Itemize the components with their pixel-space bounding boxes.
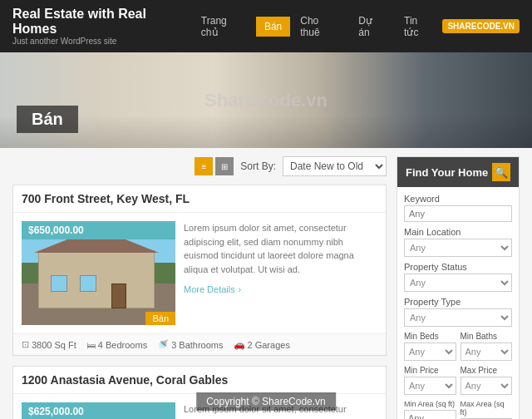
garages-value-1: 2 Garages xyxy=(248,340,290,350)
house-windows xyxy=(51,275,67,292)
min-baths-group: Min Baths Any xyxy=(461,332,513,361)
grid-view-button[interactable]: ⊞ xyxy=(215,157,234,175)
nav-item-duan[interactable]: Dự án xyxy=(350,11,394,42)
property-title-1: 700 Front Street, Key West, FL xyxy=(13,185,386,213)
tag-badge-1: Bán xyxy=(145,312,175,325)
search-icon-button[interactable]: 🔍 xyxy=(492,163,510,181)
listings-area: ≡ ⊞ Sort By: Date New to Old Date Old to… xyxy=(12,156,387,419)
feature-baths-1: 🚿 3 Bathrooms xyxy=(157,339,223,350)
main-location-label: Main Location xyxy=(404,227,512,237)
property-features-1: ⊡ 3800 Sq Ft 🛏 4 Bedrooms 🚿 3 Bathrooms … xyxy=(13,333,386,355)
sidebar: Find Your Home 🔍 Keyword Main Location A… xyxy=(397,156,520,419)
find-home-header: Find Your Home 🔍 xyxy=(397,157,519,187)
max-price-group: Max Price Any xyxy=(461,366,513,395)
property-desc-2: Lorem ipsum dolor sit amet, consectetur … xyxy=(184,402,377,419)
beds-baths-row: Min Beds Any Min Baths Any xyxy=(404,332,512,361)
nav-item-ban[interactable]: Bán xyxy=(256,17,290,37)
feature-beds-1: 🛏 4 Bedrooms xyxy=(86,339,147,350)
main-location-select[interactable]: Any xyxy=(404,239,512,257)
property-type-select[interactable]: Any xyxy=(404,308,512,327)
sort-label: Sort By: xyxy=(240,160,276,172)
main-container: ≡ ⊞ Sort By: Date New to Old Date Old to… xyxy=(0,148,532,419)
list-icon: ≡ xyxy=(201,162,206,171)
keyword-input[interactable] xyxy=(404,205,512,222)
area-row: Min Area (sq ft) Max Area (sq ft) xyxy=(404,400,512,419)
min-price-label: Min Price xyxy=(404,366,456,375)
max-price-select[interactable]: Any xyxy=(461,377,513,395)
min-price-group: Min Price Any xyxy=(404,366,456,395)
property-card-2: 1200 Anastasia Avenue, Coral Gables $625… xyxy=(12,366,387,419)
nav: Trang chủ Bán Cho thuê Dự án Tin tức xyxy=(193,11,443,42)
property-info-2: Lorem ipsum dolor sit amet, consectetur … xyxy=(184,402,377,419)
hero-section: Bán ShareCode.vn xyxy=(0,52,532,148)
property-card-1: 700 Front Street, Key West, FL $650,000.… xyxy=(12,185,387,356)
min-baths-label: Min Baths xyxy=(461,332,513,341)
property-image-2: $625,000.00 Bán xyxy=(22,402,175,419)
nav-item-chothue[interactable]: Cho thuê xyxy=(292,11,348,42)
logo-badge: SHARECODE.VN xyxy=(442,19,520,33)
min-baths-select[interactable]: Any xyxy=(461,343,513,361)
property-status-label: Property Status xyxy=(404,262,512,272)
feature-area-1: ⊡ 3800 Sq Ft xyxy=(22,339,76,350)
baths-value-1: 3 Bathrooms xyxy=(171,340,223,350)
bath-icon-1: 🚿 xyxy=(157,339,169,350)
min-area-label: Min Area (sq ft) xyxy=(404,400,456,408)
min-area-group: Min Area (sq ft) xyxy=(404,400,456,419)
min-beds-select[interactable]: Any xyxy=(404,343,456,361)
beds-value-1: 4 Bedrooms xyxy=(98,340,147,350)
site-branding: Real Estate with Real Homes Just another… xyxy=(12,7,193,46)
find-home-title: Find Your Home xyxy=(406,166,488,179)
hero-decor xyxy=(0,115,532,148)
property-status-group: Property Status Any xyxy=(404,262,512,292)
nav-item-home[interactable]: Trang chủ xyxy=(193,11,254,42)
more-details-1[interactable]: More Details xyxy=(184,284,235,294)
keyword-label: Keyword xyxy=(404,194,512,204)
view-icons: ≡ ⊞ xyxy=(195,157,234,175)
nav-item-tintuc[interactable]: Tin tức xyxy=(396,11,442,42)
hero-label: Bán xyxy=(17,106,78,133)
more-details-arrow-1: › xyxy=(238,284,241,294)
garage-icon-1: 🚗 xyxy=(234,339,245,350)
find-home-panel: Find Your Home 🔍 Keyword Main Location A… xyxy=(397,156,520,419)
property-body-2: $625,000.00 Bán Lorem ipsum dolor sit am… xyxy=(13,394,386,419)
max-price-label: Max Price xyxy=(461,366,513,375)
property-image-1: $650,000.00 Bán xyxy=(22,221,175,325)
find-home-body: Keyword Main Location Any Property Statu… xyxy=(397,187,519,419)
main-location-group: Main Location Any xyxy=(404,227,512,257)
property-type-label: Property Type xyxy=(404,297,512,307)
site-tagline: Just another WordPress site xyxy=(12,37,193,46)
property-status-select[interactable]: Any xyxy=(404,274,512,292)
max-area-label: Max Area (sq ft) xyxy=(461,400,513,417)
sort-select[interactable]: Date New to Old Date Old to New Price Lo… xyxy=(283,156,387,176)
list-view-button[interactable]: ≡ xyxy=(195,157,213,175)
hero-watermark: ShareCode.vn xyxy=(204,90,328,111)
keyword-group: Keyword xyxy=(404,194,512,222)
min-area-input[interactable] xyxy=(404,410,456,419)
house-windows-2 xyxy=(80,275,96,292)
sort-bar: ≡ ⊞ Sort By: Date New to Old Date Old to… xyxy=(12,156,387,176)
area-icon: ⊡ xyxy=(22,339,29,350)
property-body-1: $650,000.00 Bán Lorem ipsum dolor sit am… xyxy=(13,213,386,333)
property-desc-1: Lorem ipsum dolor sit amet, consectetur … xyxy=(184,221,377,276)
property-type-group: Property Type Any xyxy=(404,297,512,327)
feature-garages-1: 🚗 2 Garages xyxy=(234,339,290,350)
price-row: Min Price Any Max Price Any xyxy=(404,366,512,395)
property-info-1: Lorem ipsum dolor sit amet, consectetur … xyxy=(184,221,377,325)
min-beds-group: Min Beds Any xyxy=(404,332,456,361)
price-badge-1: $650,000.00 xyxy=(22,221,175,239)
grid-icon: ⊞ xyxy=(221,162,228,171)
max-area-group: Max Area (sq ft) xyxy=(461,400,513,419)
min-price-select[interactable]: Any xyxy=(404,377,456,395)
price-badge-2: $625,000.00 xyxy=(22,402,175,419)
house-door xyxy=(111,283,126,308)
bed-icon-1: 🛏 xyxy=(86,340,96,350)
site-title: Real Estate with Real Homes xyxy=(12,7,193,37)
min-beds-label: Min Beds xyxy=(404,332,456,341)
area-value-1: 3800 Sq Ft xyxy=(32,340,76,350)
header: Real Estate with Real Homes Just another… xyxy=(0,0,532,52)
property-title-2: 1200 Anastasia Avenue, Coral Gables xyxy=(13,367,386,394)
